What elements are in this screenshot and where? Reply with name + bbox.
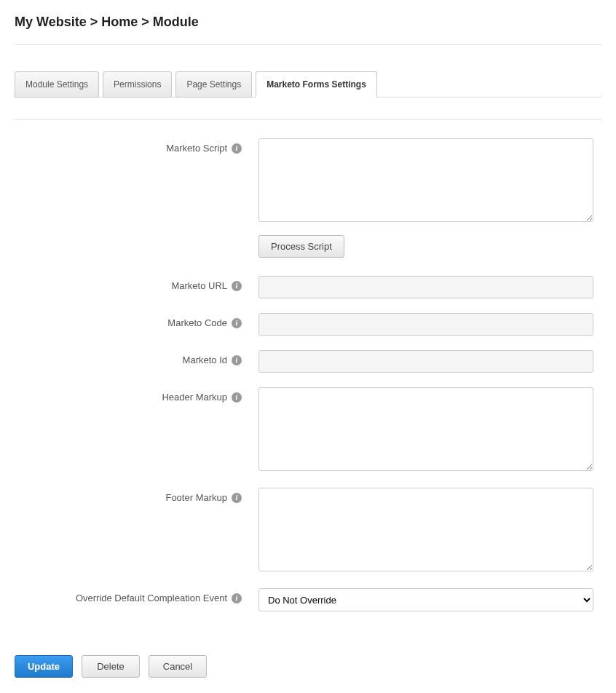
label-text: Override Default Compleation Event — [76, 593, 227, 603]
tabs: Module Settings Permissions Page Setting… — [15, 71, 601, 98]
info-icon[interactable]: i — [232, 355, 242, 365]
label-text: Header Markup — [162, 392, 227, 403]
row-marketo-url: Marketo URL i — [15, 276, 601, 298]
label-text: Marketo Script — [166, 143, 227, 154]
tab-module-settings[interactable]: Module Settings — [15, 71, 99, 98]
row-footer-markup: Footer Markup i — [15, 488, 601, 574]
marketo-id-input[interactable] — [258, 350, 593, 373]
marketo-script-input[interactable] — [258, 138, 593, 222]
breadcrumb-sep: > — [141, 15, 153, 29]
row-marketo-code: Marketo Code i — [15, 313, 601, 336]
info-icon[interactable]: i — [232, 493, 242, 503]
label-footer-markup: Footer Markup i — [15, 488, 248, 503]
action-buttons: Update Delete Cancel — [15, 655, 601, 678]
label-text: Marketo Id — [183, 355, 227, 365]
footer-markup-input[interactable] — [258, 488, 593, 571]
breadcrumb-sep: > — [90, 15, 102, 29]
cancel-button[interactable]: Cancel — [149, 655, 207, 678]
label-marketo-url: Marketo URL i — [15, 276, 248, 291]
info-icon[interactable]: i — [232, 281, 242, 291]
marketo-code-input[interactable] — [258, 313, 593, 336]
label-marketo-script: Marketo Script i — [15, 138, 248, 154]
header-markup-input[interactable] — [258, 387, 593, 471]
breadcrumb-page: Module — [153, 15, 199, 29]
row-header-markup: Header Markup i — [15, 387, 601, 473]
tab-marketo-forms-settings[interactable]: Marketo Forms Settings — [256, 71, 377, 98]
process-script-button[interactable]: Process Script — [258, 235, 344, 258]
info-icon[interactable]: i — [232, 318, 242, 328]
divider — [15, 119, 601, 120]
divider — [15, 44, 601, 45]
marketo-url-input[interactable] — [258, 276, 593, 298]
tab-permissions[interactable]: Permissions — [103, 71, 172, 98]
update-button[interactable]: Update — [15, 655, 73, 678]
label-override-event: Override Default Compleation Event i — [15, 588, 248, 603]
delete-button[interactable]: Delete — [82, 655, 140, 678]
label-text: Footer Markup — [165, 492, 227, 503]
info-icon[interactable]: i — [232, 143, 242, 154]
label-text: Marketo Code — [167, 317, 227, 328]
breadcrumb: My Website > Home > Module — [15, 15, 601, 44]
label-text: Marketo URL — [171, 280, 227, 291]
row-override-event: Override Default Compleation Event i Do … — [15, 588, 601, 611]
breadcrumb-site: My Website — [15, 15, 87, 29]
row-marketo-script: Marketo Script i — [15, 138, 601, 224]
override-event-select[interactable]: Do Not Override — [258, 588, 593, 611]
row-marketo-id: Marketo Id i — [15, 350, 601, 373]
label-marketo-code: Marketo Code i — [15, 313, 248, 328]
info-icon[interactable]: i — [232, 392, 242, 403]
tab-page-settings[interactable]: Page Settings — [175, 71, 252, 98]
info-icon[interactable]: i — [232, 593, 242, 603]
breadcrumb-section: Home — [101, 15, 138, 29]
label-header-markup: Header Markup i — [15, 387, 248, 403]
label-marketo-id: Marketo Id i — [15, 350, 248, 365]
